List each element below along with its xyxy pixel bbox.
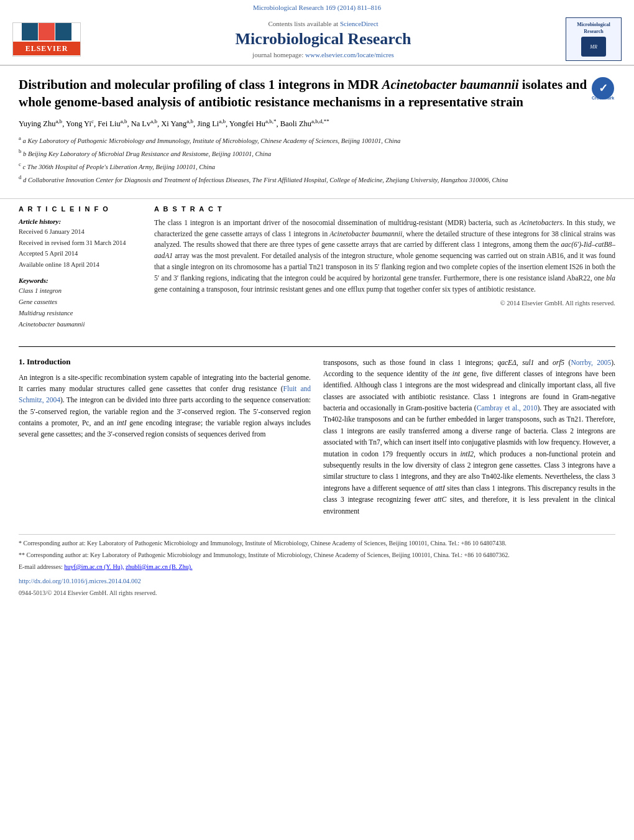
bottom-links: http://dx.doi.org/10.1016/j.micres.2014.… [0, 574, 634, 588]
keywords-list: Class 1 integron Gene cassettes Multidru… [19, 285, 143, 330]
intro-paragraph-2: transposons, such as those found in clas… [323, 357, 615, 517]
bottom-copyright: 0944-5013/© 2014 Elsevier GmbH. All righ… [0, 588, 634, 601]
email-link-2[interactable]: zhubli@im.ac.cn (B. Zhu). [126, 563, 193, 570]
history-label: Article history: [19, 218, 143, 225]
affil-b: b b Beijing Key Laboratory of Microbial … [19, 147, 615, 159]
affil-a: a a Key Laboratory of Pathogenic Microbi… [19, 134, 615, 146]
footnote-corresponding-2: ** Corresponding author at: Key Laborato… [19, 550, 615, 560]
date-revised: Received in revised form 31 March 2014 [19, 238, 143, 249]
keyword-4: Acinetobacter baumannii [19, 319, 143, 330]
body-section: 1. Introduction An integron is a site-sp… [0, 351, 634, 528]
footnote-text-1: * Corresponding author at: Key Laborator… [19, 540, 507, 547]
journal-title: Microbiological Research [81, 30, 566, 48]
svg-text:CrossMark: CrossMark [592, 96, 614, 100]
homepage-link: journal homepage: www.elsevier.com/locat… [81, 51, 566, 58]
affil-c: c c The 306th Hospital of People's Liber… [19, 160, 615, 172]
article-title-block: Distribution and molecular profiling of … [19, 76, 615, 111]
footnote-text-2: ** Corresponding author at: Key Laborato… [19, 552, 510, 558]
body-right-col: transposons, such as those found in clas… [323, 357, 615, 522]
body-left-col: 1. Introduction An integron is a site-sp… [19, 357, 311, 522]
affiliations-block: a a Key Laboratory of Pathogenic Microbi… [19, 134, 615, 186]
journal-reference: Microbiological Research 169 (2014) 811–… [0, 0, 634, 14]
keyword-3: Multidrug resistance [19, 308, 143, 319]
footnote-corresponding-1: * Corresponding author at: Key Laborator… [19, 538, 615, 548]
body-two-col: 1. Introduction An integron is a site-sp… [19, 357, 615, 522]
abstract-text: The class 1 integron is an important dri… [154, 218, 615, 295]
article-title-text: Distribution and molecular profiling of … [19, 76, 590, 111]
sciencedirect-anchor[interactable]: ScienceDirect [340, 20, 379, 27]
abstract-column: A B S T R A C T The class 1 integron is … [154, 205, 615, 336]
svg-text:✓: ✓ [599, 82, 608, 95]
authors-line: Yuying Zhua,b, Yong Yic, Fei Liua,b, Na … [19, 118, 615, 130]
norrby-ref-link[interactable]: Norrby, 2005 [571, 359, 611, 366]
doi-link[interactable]: http://dx.doi.org/10.1016/j.micres.2014.… [19, 578, 141, 584]
affil-d: d d Collaborative Innovation Center for … [19, 173, 615, 185]
intro-section-title: 1. Introduction [19, 357, 311, 367]
email-label: E-mail addresses: [19, 563, 63, 570]
intro-paragraph-1: An integron is a site-specific recombina… [19, 372, 311, 440]
cambray-ref-link[interactable]: Cambray et al., 2010 [477, 404, 538, 412]
elsevier-text: ELSEVIER [13, 42, 80, 55]
keywords-label: Keywords: [19, 277, 143, 284]
date-received: Received 6 January 2014 [19, 226, 143, 238]
homepage-url[interactable]: www.elsevier.com/locate/micres [305, 51, 394, 58]
journal-header: ELSEVIER Contents lists available at Sci… [0, 14, 634, 66]
abstract-header: A B S T R A C T [154, 205, 615, 213]
article-history-block: Article history: Received 6 January 2014… [19, 218, 143, 270]
article-info-abstract: A R T I C L E I N F O Article history: R… [0, 198, 634, 343]
email-link-1[interactable]: huyf@im.ac.cn (Y. Hu), [64, 563, 124, 570]
journal-logo-right: Microbiological Research MR [566, 17, 622, 61]
footnotes-section: * Corresponding author at: Key Laborator… [19, 534, 615, 572]
elsevier-logo: ELSEVIER [12, 22, 81, 57]
article-dates: Received 6 January 2014 Received in revi… [19, 226, 143, 270]
fluit-ref-link[interactable]: Fluit and Schmitz, 2004 [19, 385, 311, 404]
crossmark-icon[interactable]: ✓ CrossMark [590, 76, 615, 105]
homepage-label: journal homepage: [252, 51, 303, 58]
keyword-2: Gene cassettes [19, 297, 143, 308]
footnote-email: E-mail addresses: huyf@im.ac.cn (Y. Hu),… [19, 562, 615, 572]
section-divider [19, 346, 615, 347]
section-title-text: Introduction [27, 357, 71, 366]
article-title-main: Distribution and molecular profiling of … [19, 77, 587, 109]
article-info-header: A R T I C L E I N F O [19, 205, 143, 213]
article-info-column: A R T I C L E I N F O Article history: R… [19, 205, 143, 336]
journal-center-info: Contents lists available at ScienceDirec… [81, 20, 566, 58]
date-accepted: Accepted 5 April 2014 [19, 248, 143, 259]
keyword-1: Class 1 integron [19, 285, 143, 297]
article-section: Distribution and molecular profiling of … [0, 66, 634, 198]
sciencedirect-link[interactable]: Contents lists available at ScienceDirec… [81, 20, 566, 27]
section-number: 1. [19, 357, 25, 366]
journal-ref-text: Microbiological Research 169 (2014) 811–… [253, 4, 381, 11]
contents-label: Contents lists available at [268, 20, 338, 27]
keywords-block: Keywords: Class 1 integron Gene cassette… [19, 277, 143, 330]
date-online: Available online 18 April 2014 [19, 259, 143, 270]
copyright-line: © 2014 Elsevier GmbH. All rights reserve… [154, 300, 615, 307]
